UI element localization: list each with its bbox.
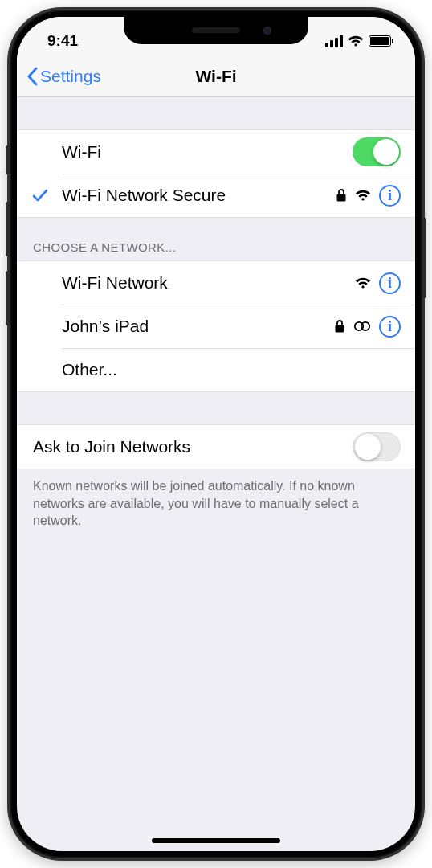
phone-notch: [124, 17, 308, 44]
ask-to-join-row: Ask to Join Networks: [17, 425, 415, 469]
back-label: Settings: [40, 67, 101, 86]
navigation-bar: Settings Wi-Fi: [17, 55, 415, 97]
network-name: Wi-Fi Network: [62, 273, 355, 293]
phone-frame: 9:41 Sett: [9, 9, 423, 859]
ask-to-join-group: Ask to Join Networks: [17, 424, 415, 469]
choose-network-header: CHOOSE A NETWORK...: [17, 218, 415, 260]
lock-icon: [336, 188, 347, 203]
chevron-left-icon: [26, 67, 39, 86]
connected-network-row[interactable]: Wi-Fi Network Secure i: [17, 174, 415, 217]
svg-rect-1: [336, 326, 344, 333]
wifi-signal-icon: [355, 189, 371, 202]
connected-network-name: Wi-Fi Network Secure: [62, 186, 336, 205]
wifi-status-icon: [348, 35, 364, 47]
wifi-toggle-label: Wi-Fi: [62, 142, 353, 162]
battery-icon: [369, 35, 391, 47]
info-button[interactable]: i: [379, 272, 401, 294]
silent-switch: [6, 145, 10, 174]
ask-to-join-label: Ask to Join Networks: [33, 437, 353, 457]
volume-down-button: [6, 271, 10, 326]
available-networks-group: Wi-Fi Network i John: [17, 260, 415, 392]
network-name: John’s iPad: [62, 317, 334, 336]
ask-to-join-footer: Known networks will be joined automatica…: [17, 469, 415, 530]
other-network-row[interactable]: Other...: [17, 348, 415, 391]
svg-rect-0: [337, 194, 346, 202]
checkmark-icon: [31, 186, 49, 204]
volume-up-button: [6, 202, 10, 256]
wifi-signal-icon: [355, 276, 371, 289]
status-time: 9:41: [47, 32, 78, 50]
back-button[interactable]: Settings: [26, 67, 101, 86]
network-row[interactable]: John’s iPad i: [17, 305, 415, 348]
wifi-toggle[interactable]: [353, 137, 401, 166]
lock-icon: [334, 319, 345, 334]
info-button[interactable]: i: [379, 316, 401, 338]
power-button: [422, 218, 426, 298]
home-indicator[interactable]: [152, 838, 280, 843]
ask-to-join-toggle[interactable]: [353, 432, 401, 461]
info-button[interactable]: i: [379, 185, 401, 207]
personal-hotspot-icon: [353, 321, 371, 332]
wifi-toggle-group: Wi-Fi Wi-Fi Network Secure: [17, 129, 415, 218]
other-label: Other...: [62, 360, 401, 379]
wifi-toggle-row: Wi-Fi: [17, 130, 415, 174]
cellular-signal-icon: [325, 35, 343, 47]
network-row[interactable]: Wi-Fi Network i: [17, 261, 415, 305]
